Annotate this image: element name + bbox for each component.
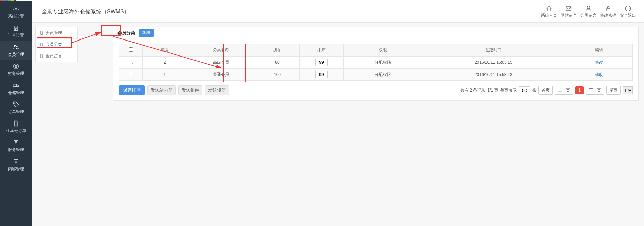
clipboard-icon [13, 25, 19, 32]
svg-rect-5 [13, 84, 17, 87]
pager-prev[interactable]: 上一页 [555, 86, 573, 95]
sidenav-label: 财务管理 [8, 71, 24, 77]
pager-last[interactable]: 尾页 [606, 86, 621, 95]
table-header-row: 编号 分类名称 折扣 排序 权限 创建时间 编辑 [119, 44, 633, 56]
app-title: 全景专业级海外仓储系统（SWMS） [42, 8, 129, 15]
users-icon [13, 44, 19, 51]
check-all[interactable] [129, 47, 133, 52]
sidenav-label: 订单设置 [8, 33, 24, 38]
svg-point-7 [17, 86, 18, 87]
lock-icon [605, 5, 612, 12]
send-mail-button[interactable]: 发送邮件 [178, 85, 202, 95]
cell-perm[interactable]: 分配权限 [344, 56, 422, 68]
subnav-member-msg[interactable]: 会员留言 [36, 50, 77, 62]
sidenav-label: 订单管理 [8, 109, 24, 115]
sidenav-order[interactable]: 订单管理 [0, 98, 32, 117]
header: 全景专业级海外仓储系统（SWMS） 系统首页 网站留言 会员留言 修改密码 安全… [32, 1, 644, 23]
header-member-msg[interactable]: 会员留言 [580, 5, 597, 18]
file-icon [13, 120, 19, 127]
table-wrap: 编号 分类名称 折扣 排序 权限 创建时间 编辑 2高级会员80分配权限2016… [113, 38, 639, 101]
cell-name: 普通会员 [187, 68, 255, 81]
subnav-label: 会员管理 [46, 30, 62, 36]
body-area: 会员管理 会员分类 会员留言 会员分类 新增 编号 [32, 23, 644, 226]
per-page-input[interactable] [519, 86, 530, 94]
svg-point-3 [16, 46, 18, 47]
ha-label: 安全退出 [620, 13, 636, 18]
col-id: 编号 [143, 44, 187, 56]
tab-title: 会员分类 [117, 30, 135, 36]
svg-point-12 [587, 6, 590, 9]
col-name: 分类名称 [187, 44, 255, 56]
pager: 共有 2 条记录 1/1 页 每页展示 条 首页 上一页 1 下一页 尾页 1 [460, 86, 633, 95]
svg-point-0 [15, 9, 17, 10]
pager-pages: 1/1 页 [487, 87, 498, 93]
footer-row: 保存排序 发送站内信 发送邮件 发送短信 共有 2 条记录 1/1 页 每页展示… [119, 85, 633, 95]
word-icon [13, 158, 19, 165]
pager-select[interactable]: 1 [623, 86, 633, 94]
user-icon [585, 5, 592, 12]
subnav: 会员管理 会员分类 会员留言 [35, 27, 78, 62]
tabbar: 会员分类 新增 [113, 27, 639, 38]
header-home[interactable]: 系统首页 [540, 5, 557, 18]
cell-discount: 100 [255, 68, 299, 81]
sidenav-order-set[interactable]: 订单设置 [0, 22, 32, 41]
sort-input[interactable] [315, 59, 328, 66]
ha-label: 网站留言 [561, 13, 577, 18]
ha-label: 修改密码 [600, 13, 616, 18]
svg-point-6 [14, 86, 15, 87]
sidenav-member[interactable]: 会员管理 [0, 41, 32, 60]
cell-time: 2016/10/11 15:53:43 [422, 68, 565, 81]
send-sms-button[interactable]: 发送短信 [205, 85, 229, 95]
edit-link[interactable]: 修改 [595, 72, 603, 77]
subnav-member-cat[interactable]: 会员分类 [36, 39, 77, 50]
pager-total: 共有 2 条记录 [460, 87, 485, 93]
sidenav-label: 仓储管理 [8, 90, 24, 96]
pager-current[interactable]: 1 [575, 86, 584, 94]
sidenav-warehouse[interactable]: 仓储管理 [0, 79, 32, 98]
mail-icon [565, 5, 572, 12]
subnav-label: 会员分类 [46, 42, 62, 47]
cell-time: 2016/10/11 16:03:15 [422, 56, 565, 68]
tag-icon [13, 101, 19, 108]
cell-name: 高级会员 [187, 56, 255, 68]
file-icon [39, 54, 44, 58]
new-button[interactable]: 新增 [139, 29, 154, 37]
header-change-pwd[interactable]: 修改密码 [600, 5, 617, 18]
sort-input[interactable] [315, 71, 328, 78]
sidenav-system[interactable]: 系统设置 [0, 3, 32, 22]
subnav-member-mgmt[interactable]: 会员管理 [36, 27, 77, 39]
svg-point-8 [14, 103, 15, 104]
cell-perm[interactable]: 分配权限 [344, 68, 422, 81]
pager-perpage-label: 每页展示 [500, 87, 517, 93]
cell-id: 1 [143, 68, 187, 81]
pager-unit: 条 [532, 87, 536, 93]
cell-id: 2 [143, 56, 187, 68]
col-check [119, 44, 143, 56]
main-panel: 会员分类 新增 编号 分类名称 折扣 排序 权限 创建时间 [113, 27, 639, 101]
header-logout[interactable]: 安全退出 [619, 5, 637, 18]
power-icon [625, 5, 631, 12]
col-sort: 排序 [299, 44, 344, 56]
sidenav-service[interactable]: 服务管理 [0, 136, 32, 156]
col-date: 创建时间 [422, 44, 565, 56]
sidenav-finance[interactable]: 财务管理 [0, 60, 32, 79]
row-check[interactable] [129, 72, 133, 76]
sidenav-label: 服务管理 [8, 147, 24, 153]
list-icon [13, 139, 19, 146]
pager-next[interactable]: 下一页 [586, 86, 604, 95]
file-icon [39, 42, 44, 47]
col-discount: 折扣 [255, 44, 299, 56]
sidenav-amazon[interactable]: 亚马逊订单 [0, 117, 32, 136]
svg-point-2 [14, 45, 16, 47]
col-edit: 编辑 [565, 44, 633, 56]
send-pm-button[interactable]: 发送站内信 [147, 85, 176, 95]
sidenav-label: 系统设置 [8, 14, 24, 19]
edit-link[interactable]: 修改 [595, 60, 603, 65]
row-check[interactable] [129, 60, 133, 64]
save-sort-button[interactable]: 保存排序 [119, 85, 145, 95]
sidenav-content[interactable]: 内容管理 [0, 156, 32, 175]
sidenav-label: 亚马逊订单 [6, 128, 26, 134]
header-site-msg[interactable]: 网站留言 [560, 5, 577, 18]
pager-first[interactable]: 首页 [538, 86, 553, 95]
sidenav-label: 内容管理 [8, 166, 24, 172]
